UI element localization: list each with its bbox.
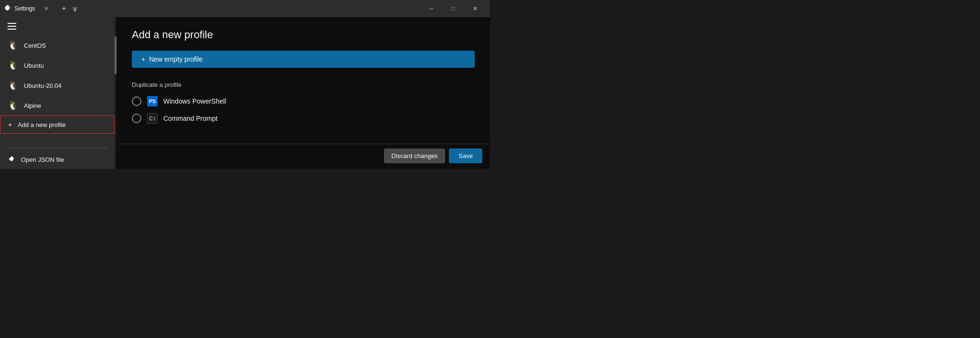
powershell-icon: PS [147,96,158,106]
sidebar-item-ubuntu[interactable]: 🐧 Ubuntu [0,55,115,75]
sidebar-divider [8,148,107,148]
minimize-button[interactable]: ─ [420,0,442,17]
save-button[interactable]: Save [449,148,482,163]
profile-option-powershell[interactable]: PS Windows PowerShell [132,96,475,106]
hamburger-icon [8,23,16,30]
radio-powershell[interactable] [132,96,141,106]
sidebar-item-centos-label: CentOS [24,42,46,49]
sidebar-item-add-new[interactable]: + Add a new profile [0,116,115,134]
close-window-button[interactable]: ✕ [464,0,486,17]
maximize-button[interactable]: □ [442,0,464,17]
gear-icon [4,5,11,12]
cmd-icon: C:\ [147,113,158,124]
window-controls: ─ □ ✕ [420,0,486,17]
radio-cmd[interactable] [132,114,141,123]
new-empty-profile-button[interactable]: + New empty profile [132,51,475,68]
menu-button[interactable] [0,17,115,35]
new-profile-plus-icon: + [141,55,145,63]
open-json-label: Open JSON file [21,156,64,163]
open-json-button[interactable]: Open JSON file [0,150,115,169]
tab-dropdown-button[interactable]: ∨ [70,4,80,13]
settings-window: Settings ✕ + ∨ ─ □ ✕ 🐧 [0,0,490,169]
alpine-icon: 🐧 [8,100,18,111]
sidebar-item-add-new-label: Add a new profile [18,121,65,128]
content-area: Add a new profile + New empty profile Du… [117,17,490,169]
sidebar-items: 🐧 CentOS 🐧 Ubuntu 🐧 Ubuntu-20.04 🐧 Alpin… [0,35,115,146]
app-title: Settings [14,5,35,12]
new-tab-button[interactable]: + [60,4,68,13]
sidebar-item-alpine[interactable]: 🐧 Alpine [0,95,115,116]
sidebar: 🐧 CentOS 🐧 Ubuntu 🐧 Ubuntu-20.04 🐧 Alpin… [0,17,115,169]
cmd-label: Command Prompt [163,115,218,122]
bottom-action-bar: Discard changes Save [376,143,490,169]
sidebar-item-ubuntu2004[interactable]: 🐧 Ubuntu-20.04 [0,75,115,95]
profile-option-cmd[interactable]: C:\ Command Prompt [132,113,475,124]
discard-changes-button[interactable]: Discard changes [384,148,446,163]
titlebar-left: Settings ✕ + ∨ [4,4,420,13]
sidebar-item-alpine-label: Alpine [24,102,41,109]
ubuntu-icon: 🐧 [8,60,18,71]
sidebar-item-centos[interactable]: 🐧 CentOS [0,35,115,55]
plus-icon: + [8,121,12,128]
page-title: Add a new profile [132,29,475,41]
titlebar: Settings ✕ + ∨ ─ □ ✕ [0,0,490,17]
new-tab-area: + ∨ [60,4,79,13]
new-profile-btn-label: New empty profile [149,55,202,63]
settings-icon-wrap: Settings [4,5,35,12]
sidebar-item-ubuntu-label: Ubuntu [24,62,44,69]
duplicate-label: Duplicate a profile [132,81,475,88]
sidebar-item-ubuntu2004-label: Ubuntu-20.04 [24,82,62,89]
ubuntu2004-icon: 🐧 [8,80,18,91]
gear-icon-sidebar [8,156,15,163]
close-tab-button[interactable]: ✕ [43,5,50,12]
centos-icon: 🐧 [8,40,18,51]
powershell-label: Windows PowerShell [163,97,226,105]
main-content: 🐧 CentOS 🐧 Ubuntu 🐧 Ubuntu-20.04 🐧 Alpin… [0,17,490,169]
